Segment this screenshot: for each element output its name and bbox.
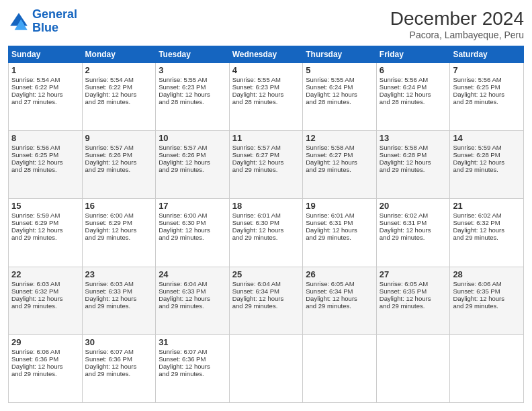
day-info-line: Sunrise: 6:06 AM: [11, 348, 79, 355]
day-info-line: Sunset: 6:35 PM: [453, 287, 521, 295]
day-info-line: Sunrise: 6:01 AM: [306, 212, 373, 219]
day-info-line: Daylight: 12 hours: [232, 295, 300, 302]
day-info-line: Sunset: 6:32 PM: [453, 219, 521, 226]
day-info-line: Daylight: 12 hours: [380, 226, 447, 234]
calendar-week-1: 1Sunrise: 5:54 AMSunset: 6:22 PMDaylight…: [9, 63, 524, 131]
day-number: 3: [159, 65, 226, 75]
day-info-line: Daylight: 12 hours: [11, 91, 79, 98]
day-info-line: Sunrise: 5:54 AM: [85, 76, 153, 83]
day-info-line: Daylight: 12 hours: [159, 226, 226, 234]
day-info-line: Sunrise: 5:56 AM: [380, 76, 447, 83]
day-info-line: and 29 minutes.: [85, 302, 153, 310]
day-info-line: Daylight: 12 hours: [306, 226, 373, 234]
day-number: 7: [453, 65, 521, 75]
day-info-line: Daylight: 12 hours: [380, 158, 447, 166]
day-info-line: Sunset: 6:32 PM: [11, 287, 79, 295]
day-number: 18: [232, 201, 300, 211]
day-info-line: Daylight: 12 hours: [306, 295, 373, 302]
day-info-line: and 28 minutes.: [85, 98, 153, 105]
calendar-cell: 29Sunrise: 6:06 AMSunset: 6:36 PMDayligh…: [9, 334, 83, 402]
day-info-line: Sunrise: 5:57 AM: [232, 144, 300, 151]
day-info-line: Daylight: 12 hours: [159, 363, 226, 370]
day-number: 1: [11, 65, 79, 75]
day-info-line: Sunrise: 5:56 AM: [11, 144, 79, 151]
day-info-line: and 29 minutes.: [11, 370, 79, 377]
day-info-line: and 29 minutes.: [306, 166, 373, 173]
day-info-line: Sunrise: 5:59 AM: [11, 212, 79, 219]
day-info-line: Sunset: 6:22 PM: [11, 83, 79, 91]
day-info-line: and 29 minutes.: [11, 302, 79, 310]
calendar-cell: 19Sunrise: 6:01 AMSunset: 6:31 PMDayligh…: [303, 199, 377, 267]
calendar-cell: 22Sunrise: 6:03 AMSunset: 6:32 PMDayligh…: [9, 267, 83, 334]
day-number: 12: [306, 133, 373, 143]
day-info-line: Daylight: 12 hours: [11, 363, 79, 370]
calendar-cell: 21Sunrise: 6:02 AMSunset: 6:32 PMDayligh…: [450, 199, 524, 267]
calendar-cell: 20Sunrise: 6:02 AMSunset: 6:31 PMDayligh…: [376, 199, 450, 267]
day-info-line: Daylight: 12 hours: [85, 91, 153, 98]
day-info-line: Sunrise: 6:07 AM: [85, 348, 153, 355]
calendar-cell: 28Sunrise: 6:06 AMSunset: 6:35 PMDayligh…: [450, 267, 524, 334]
day-info-line: Sunrise: 5:57 AM: [159, 144, 226, 151]
day-number: 4: [232, 65, 300, 75]
day-info-line: Sunset: 6:36 PM: [85, 355, 153, 363]
day-info-line: Daylight: 12 hours: [380, 91, 447, 98]
calendar-cell: 13Sunrise: 5:58 AMSunset: 6:28 PMDayligh…: [376, 131, 450, 199]
calendar-cell: 9Sunrise: 5:57 AMSunset: 6:26 PMDaylight…: [82, 131, 156, 199]
calendar-cell: [229, 334, 303, 402]
day-info-line: Sunset: 6:28 PM: [380, 151, 447, 158]
day-info-line: Sunrise: 5:58 AM: [306, 144, 373, 151]
calendar-cell: 18Sunrise: 6:01 AMSunset: 6:30 PMDayligh…: [229, 199, 303, 267]
logo-text: General Blue: [32, 8, 77, 35]
main-title: December 2024: [390, 8, 524, 30]
day-info-line: Daylight: 12 hours: [306, 91, 373, 98]
day-number: 9: [85, 133, 153, 143]
day-info-line: and 28 minutes.: [11, 166, 79, 173]
calendar-week-4: 22Sunrise: 6:03 AMSunset: 6:32 PMDayligh…: [9, 267, 524, 334]
day-info-line: Daylight: 12 hours: [232, 91, 300, 98]
day-info-line: Sunset: 6:31 PM: [306, 219, 373, 226]
day-info-line: Sunrise: 5:55 AM: [159, 76, 226, 83]
day-info-line: and 28 minutes.: [380, 98, 447, 105]
day-number: 14: [453, 133, 521, 143]
subtitle: Pacora, Lambayeque, Peru: [390, 30, 524, 40]
day-info-line: Sunrise: 5:59 AM: [453, 144, 521, 151]
day-info-line: Sunset: 6:26 PM: [159, 151, 226, 158]
page: General Blue December 2024 Pacora, Lamba…: [0, 0, 532, 411]
day-header-tuesday: Tuesday: [156, 46, 230, 63]
day-info-line: Sunrise: 5:55 AM: [306, 76, 373, 83]
day-info-line: and 29 minutes.: [232, 234, 300, 241]
day-info-line: and 28 minutes.: [453, 98, 521, 105]
day-info-line: Sunset: 6:28 PM: [453, 151, 521, 158]
calendar-cell: [450, 334, 524, 402]
day-info-line: Sunset: 6:27 PM: [232, 151, 300, 158]
day-info-line: Sunset: 6:30 PM: [232, 219, 300, 226]
day-number: 29: [11, 337, 79, 347]
day-info-line: Sunrise: 6:01 AM: [232, 212, 300, 219]
day-info-line: Sunrise: 5:56 AM: [453, 76, 521, 83]
day-info-line: and 29 minutes.: [232, 166, 300, 173]
calendar-cell: 15Sunrise: 5:59 AMSunset: 6:29 PMDayligh…: [9, 199, 83, 267]
day-number: 28: [453, 269, 521, 279]
day-number: 24: [159, 269, 226, 279]
day-info-line: Daylight: 12 hours: [453, 226, 521, 234]
day-number: 21: [453, 201, 521, 211]
day-info-line: Sunset: 6:34 PM: [306, 287, 373, 295]
day-info-line: Sunrise: 6:02 AM: [453, 212, 521, 219]
day-header-saturday: Saturday: [450, 46, 524, 63]
day-info-line: Sunset: 6:33 PM: [159, 287, 226, 295]
day-info-line: Daylight: 12 hours: [11, 158, 79, 166]
calendar-cell: 23Sunrise: 6:03 AMSunset: 6:33 PMDayligh…: [82, 267, 156, 334]
day-info-line: and 29 minutes.: [11, 234, 79, 241]
day-number: 23: [85, 269, 153, 279]
day-info-line: and 29 minutes.: [159, 302, 226, 310]
calendar-cell: [303, 334, 377, 402]
logo: General Blue: [8, 8, 77, 35]
day-info-line: Daylight: 12 hours: [306, 158, 373, 166]
day-info-line: Sunset: 6:23 PM: [232, 83, 300, 91]
calendar-cell: 12Sunrise: 5:58 AMSunset: 6:27 PMDayligh…: [303, 131, 377, 199]
day-number: 8: [11, 133, 79, 143]
day-info-line: Sunrise: 6:04 AM: [232, 280, 300, 287]
calendar-cell: 5Sunrise: 5:55 AMSunset: 6:24 PMDaylight…: [303, 63, 377, 131]
day-info-line: Sunrise: 5:54 AM: [11, 76, 79, 83]
day-info-line: Sunrise: 6:04 AM: [159, 280, 226, 287]
